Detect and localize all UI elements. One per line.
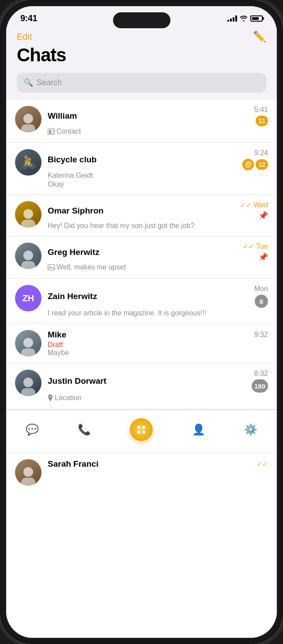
svg-rect-7 [137, 426, 140, 429]
zain-initials: ZH [23, 293, 34, 303]
chat-subtitle-justin: Location [48, 394, 268, 402]
chat-name-sarah: Sarah Franci [48, 459, 98, 469]
chat-name-william: William [48, 111, 77, 121]
william-subtitle-text: Contact [57, 127, 81, 135]
chat-item-william[interactable]: William 5:41 11 [6, 100, 277, 143]
double-check-omar: ✓✓ [240, 201, 252, 209]
chat-name-greg: Greg Herwitz [48, 247, 99, 257]
chat-message-omar: Hey! Did you hear that my son just got t… [48, 222, 268, 230]
svg-rect-5 [48, 265, 55, 270]
chat-time-mike: 9:32 [254, 331, 268, 339]
chat-item-sarah[interactable]: Sarah Franci ✓✓ [6, 453, 277, 492]
battery-fill [252, 17, 259, 20]
nav-settings[interactable]: ⚙️ [239, 421, 263, 438]
nav-chats[interactable]: 💬 [20, 421, 44, 438]
chat-item-omar[interactable]: Omar Siphron ✓✓ Wed 📌 Hey! Did you hear … [6, 195, 277, 236]
mike-subtitle: Draft [48, 341, 268, 349]
chat-info-mike: Mike 9:32 Draft Maybe [48, 330, 268, 357]
chat-item-bicycle[interactable]: 🚴 Bicycle club 9:24 @ 12 [6, 143, 277, 195]
bicycle-subtitle-name: Katerina Geidt [48, 172, 93, 180]
phone-frame: 9:41 [0, 0, 283, 644]
badge-william: 11 [256, 116, 268, 126]
chat-item-zain[interactable]: ZH Zain Herwitz Mon 8 I read your articl… [6, 279, 277, 324]
calls-nav-icon: 📞 [78, 423, 91, 436]
chat-right-william: 5:41 11 [254, 106, 268, 126]
chat-item-greg[interactable]: Greg Herwitz ✓✓ Tue 📌 [6, 236, 277, 279]
chat-right-zain: Mon 8 [254, 285, 268, 308]
dynamic-island [113, 12, 170, 28]
chat-list: William 5:41 11 [6, 100, 277, 638]
nav-menu[interactable] [125, 416, 158, 444]
svg-rect-9 [137, 431, 140, 434]
chat-right-greg: ✓✓ Tue 📌 [243, 243, 268, 262]
chat-right-bicycle: 9:24 @ 12 [242, 149, 268, 170]
chats-nav-icon: 💬 [26, 423, 39, 436]
location-icon-justin [48, 394, 53, 401]
grid-icon [136, 424, 147, 435]
justin-subtitle-text: Location [55, 394, 82, 402]
edit-button[interactable]: Edit [17, 32, 32, 42]
chat-name-bicycle: Bicycle club [48, 155, 97, 165]
svg-rect-8 [142, 426, 145, 429]
chat-info-justin: Justin Dorwart 8:32 180 Location [48, 370, 268, 403]
badges-william: 11 [256, 116, 268, 126]
badge-zain: 8 [255, 295, 268, 308]
chat-item-mike[interactable]: Mike 9:32 Draft Maybe [6, 324, 277, 363]
avatar-zain: ZH [15, 285, 42, 311]
chat-time-william: 5:41 [254, 106, 268, 114]
chat-time-zain: Mon [254, 285, 268, 293]
app-content: Edit ✏️ Chats 🔍 Search [6, 27, 277, 638]
signal-bar-1 [227, 20, 229, 22]
nav-calls[interactable]: 📞 [72, 421, 96, 438]
chat-time-greg: Tue [256, 243, 268, 251]
draft-label-mike: Draft [48, 341, 63, 348]
nav-contacts[interactable]: 👤 [187, 421, 211, 438]
chat-message-bicycle: Okay [48, 180, 268, 188]
at-badge-bicycle: @ [242, 159, 254, 170]
signal-bars-icon [227, 15, 237, 22]
svg-point-1 [49, 130, 51, 132]
chat-info-omar: Omar Siphron ✓✓ Wed 📌 Hey! Did you hear … [48, 201, 268, 230]
search-bar[interactable]: 🔍 Search [17, 73, 266, 93]
chat-subtitle-bicycle: Katerina Geidt [48, 172, 268, 180]
wifi-icon [240, 15, 248, 22]
svg-rect-10 [142, 431, 145, 434]
chat-time-justin: 8:32 [254, 370, 268, 378]
status-time: 9:41 [20, 13, 37, 23]
chat-message-greg: Well, makes me upset [57, 263, 126, 271]
bicycle-icon: 🚴 [21, 156, 36, 168]
image-icon-greg [48, 264, 55, 270]
pin-icon-omar: 📌 [258, 211, 268, 221]
chat-right-omar: ✓✓ Wed 📌 [240, 201, 268, 221]
avatar-omar [15, 201, 42, 228]
chat-name-zain: Zain Herwitz [48, 292, 97, 301]
avatar-bicycle: 🚴 [15, 149, 42, 176]
badges-bicycle: @ 12 [242, 159, 268, 170]
header-top: Edit ✏️ [17, 30, 266, 43]
chat-time-omar: Wed [253, 201, 268, 209]
signal-bar-4 [235, 15, 237, 22]
header: Edit ✏️ Chats 🔍 Search [6, 27, 277, 100]
chat-name-justin: Justin Dorwart [48, 376, 106, 386]
badge-bicycle: 12 [256, 159, 268, 170]
chat-right-justin: 8:32 180 [252, 370, 268, 393]
chat-name-mike: Mike [48, 330, 66, 340]
battery-icon [250, 15, 263, 22]
contact-card-icon [48, 128, 55, 135]
chat-item-justin[interactable]: Justin Dorwart 8:32 180 Location [6, 363, 277, 409]
contacts-nav-icon: 👤 [192, 423, 205, 436]
signal-bar-3 [233, 17, 234, 22]
chat-info-william: William 5:41 11 [48, 106, 268, 136]
chat-time-bicycle: 9:24 [254, 149, 268, 157]
settings-nav-icon: ⚙️ [244, 423, 257, 436]
search-icon: 🔍 [24, 78, 33, 87]
page-title: Chats [17, 45, 266, 66]
double-check-sarah: ✓✓ [257, 460, 268, 468]
avatar-sarah [15, 459, 42, 486]
compose-icon[interactable]: ✏️ [253, 30, 266, 43]
greg-subtitle: Well, makes me upset [48, 263, 268, 271]
avatar-william [15, 106, 42, 132]
badge-justin: 180 [252, 379, 268, 393]
double-check-greg: ✓✓ [243, 243, 254, 251]
search-placeholder: Search [37, 78, 62, 87]
